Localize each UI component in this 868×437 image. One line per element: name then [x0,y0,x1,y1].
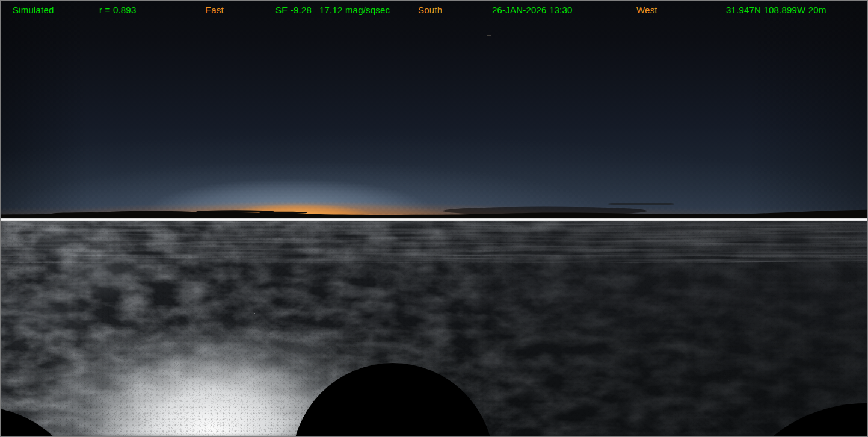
sky-panel: Simulated r = 0.893 East SE -9.28 17.12 … [1,1,868,218]
south-direction-label: South [418,5,442,15]
ground-bottom-shade [1,433,868,437]
faint-star-trail [487,35,491,36]
east-direction-label: East [205,5,224,15]
ground-panel [1,221,868,437]
simulation-window: Simulated r = 0.893 East SE -9.28 17.12 … [0,0,868,437]
horizon-silhouette [1,200,868,218]
sun-altitude-readout: SE -9.28 [275,5,312,15]
west-direction-label: West [636,5,657,15]
mode-readout: Simulated [13,5,54,15]
datetime-readout: 26-JAN-2026 13:30 [492,5,573,15]
twilight-orange-glow [1,1,868,218]
sky-brightness-readout: 17.12 mag/sqsec [319,5,390,15]
r-value-readout: r = 0.893 [99,5,136,15]
telemetry-header: Simulated r = 0.893 East SE -9.28 17.12 … [1,1,868,17]
location-readout: 31.947N 108.899W 20m [726,5,826,15]
